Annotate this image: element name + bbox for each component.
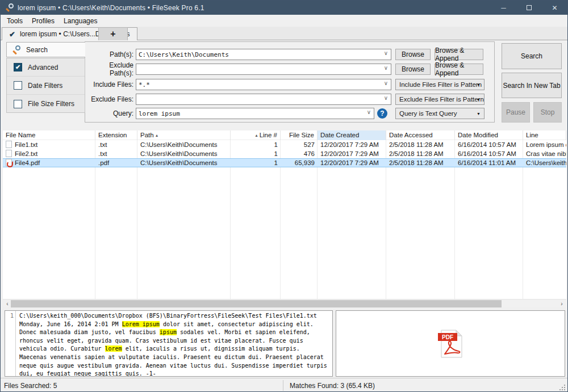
chevron-down-icon[interactable]: ∨ bbox=[384, 95, 388, 101]
file-size-filters-checkbox[interactable] bbox=[14, 100, 22, 108]
column-header-extension[interactable]: Extension bbox=[95, 130, 137, 140]
cell-extension: .txt bbox=[95, 149, 137, 158]
query-type-dropdown[interactable]: Query is Text Query ▼ bbox=[395, 108, 485, 119]
include-files-label: Include Files: bbox=[85, 81, 136, 88]
status-divider bbox=[283, 380, 283, 391]
cell-date-accessed: 2/5/2018 11:28 AM bbox=[386, 140, 455, 149]
cell-path: C:\Users\Keith\Documents bbox=[137, 140, 231, 149]
window-title: lorem ipsum • C:\Users\Keith\Documents •… bbox=[18, 4, 204, 12]
table-row[interactable]: File4.pdf.pdfC:\Users\Keith\Documents165… bbox=[3, 158, 566, 167]
column-header-line-[interactable]: ▴ Line # bbox=[231, 130, 281, 140]
close-button[interactable]: ✕ bbox=[542, 1, 567, 15]
search-in-new-tab-button[interactable]: Search In New Tab bbox=[502, 73, 562, 98]
menu-tools[interactable]: Tools bbox=[2, 16, 27, 26]
dropdown-arrow-icon: ▼ bbox=[477, 98, 481, 102]
advanced-label: Advanced bbox=[28, 64, 58, 71]
include-files-filter-dropdown[interactable]: Include Files Filter is Pattern ▼ bbox=[395, 79, 485, 90]
new-tab-button[interactable]: + bbox=[98, 27, 128, 40]
sort-asc-icon: ▴ bbox=[156, 133, 158, 138]
stop-button: Stop bbox=[533, 102, 562, 123]
match-highlight: ipsum bbox=[160, 329, 177, 335]
include-files-row: Include Files: *.* ∨ Include Files Filte… bbox=[85, 79, 494, 90]
menu-profiles[interactable]: Profiles bbox=[27, 16, 59, 26]
include-files-input[interactable]: *.* ∨ bbox=[136, 79, 391, 90]
table-header: File NameExtensionPath ▴▴ Line #File Siz… bbox=[3, 130, 566, 140]
sort-asc-icon: ▴ bbox=[255, 133, 257, 138]
cell-date-modified: 6/16/2014 10:57 AM bbox=[455, 140, 523, 149]
cell-line-: 1 bbox=[231, 158, 281, 167]
minimize-button[interactable]: ─ bbox=[491, 1, 516, 15]
app-magnifier-icon bbox=[5, 3, 14, 12]
exclude-files-filter-dropdown[interactable]: Exclude Files Filter is Pattern ▼ bbox=[395, 94, 485, 105]
query-help-button[interactable]: ? bbox=[377, 108, 387, 119]
scrollbar-thumb[interactable] bbox=[11, 300, 502, 307]
text-preview-pane[interactable]: 1 C:\Users\keith_000\Documents\Dropbox (… bbox=[5, 310, 333, 377]
resize-grip[interactable] bbox=[564, 389, 565, 390]
browse-append-exclude-paths-button[interactable]: Browse & Append bbox=[435, 64, 483, 75]
dropdown-arrow-icon: ▼ bbox=[477, 112, 481, 116]
table-row[interactable]: File1.txt.txtC:\Users\Keith\Documents152… bbox=[3, 140, 566, 149]
exclude-paths-input[interactable]: ∨ bbox=[136, 64, 391, 75]
search-button[interactable]: Search bbox=[502, 43, 562, 69]
status-bar: Files Searched: 5 Matches Found: 3 (65.4… bbox=[1, 378, 567, 392]
match-highlight: lorem bbox=[105, 345, 122, 352]
checkmark-icon: ✔ bbox=[9, 30, 15, 39]
column-header-path[interactable]: Path ▴ bbox=[137, 130, 231, 140]
query-input[interactable]: lorem ipsum ∨ bbox=[136, 108, 374, 119]
maximize-button[interactable] bbox=[516, 1, 542, 15]
cell-path: C:\Users\Keith\Documents bbox=[137, 149, 231, 158]
results-table: File NameExtensionPath ▴▴ Line #File Siz… bbox=[3, 130, 566, 307]
column-header-line[interactable]: Line bbox=[523, 130, 566, 140]
horizontal-scrollbar[interactable]: ‹ › bbox=[3, 299, 566, 307]
chevron-down-icon[interactable]: ∨ bbox=[367, 109, 371, 115]
sidebar-item-file-size-filters[interactable]: File Size Filters bbox=[7, 95, 85, 113]
pause-button: Pause bbox=[502, 102, 530, 123]
sidebar-item-search[interactable]: Search bbox=[6, 42, 85, 57]
cell-date-modified: 6/16/2014 11:01 AM bbox=[455, 158, 523, 167]
cell-date-created: 12/20/2017 7:29 AM bbox=[318, 140, 386, 149]
query-label: Query: bbox=[85, 109, 136, 117]
file-preview-pane: PDF bbox=[336, 310, 565, 377]
cell-line-: 1 bbox=[231, 140, 281, 149]
exclude-paths-row: Exclude Path(s): ∨ Browse Browse & Appen… bbox=[85, 64, 494, 75]
match-highlight: Lorem ipsum bbox=[122, 321, 160, 327]
scroll-right-arrow-icon[interactable]: › bbox=[557, 300, 566, 307]
table-row[interactable]: File2.txt.txtC:\Users\Keith\Documents147… bbox=[3, 149, 566, 158]
column-header-date-modified[interactable]: Date Modified bbox=[455, 130, 523, 140]
sidebar-item-date-filters[interactable]: Date Filters bbox=[7, 77, 85, 95]
pdf-file-icon bbox=[6, 159, 12, 166]
browse-append-paths-button[interactable]: Browse & Append bbox=[435, 49, 483, 60]
cell-line: C:\Users\keith_00 bbox=[523, 158, 566, 167]
chevron-down-icon[interactable]: ∨ bbox=[384, 50, 388, 56]
files-searched-status: Files Searched: 5 bbox=[1, 382, 60, 390]
cell-date-created: 12/20/2017 7:29 AM bbox=[318, 149, 386, 158]
menu-bar: Tools Profiles Languages bbox=[1, 15, 567, 27]
paths-row: Path(s): C:\Users\Keith\Documents ∨ Brow… bbox=[85, 49, 494, 60]
browse-paths-button[interactable]: Browse bbox=[395, 49, 431, 60]
paths-input[interactable]: C:\Users\Keith\Documents ∨ bbox=[136, 49, 391, 60]
file-size-filters-label: File Size Filters bbox=[28, 100, 74, 108]
exclude-files-row: Exclude Files: ∨ Exclude Files Filter is… bbox=[85, 94, 494, 105]
browse-exclude-paths-button[interactable]: Browse bbox=[395, 64, 431, 75]
column-header-file-size[interactable]: File Size bbox=[281, 130, 318, 140]
sidebar-item-advanced[interactable]: ✔ Advanced bbox=[7, 58, 85, 77]
query-row: Query: lorem ipsum ∨ ? Query is Text Que… bbox=[85, 108, 494, 119]
chevron-down-icon[interactable]: ∨ bbox=[384, 65, 388, 71]
date-filters-checkbox[interactable] bbox=[14, 81, 22, 90]
column-header-date-accessed[interactable]: Date Accessed bbox=[386, 130, 455, 140]
cell-file-name: File2.txt bbox=[3, 149, 95, 158]
exclude-files-input[interactable]: ∨ bbox=[136, 94, 391, 105]
cell-file-name: File4.pdf bbox=[3, 158, 95, 167]
chevron-down-icon[interactable]: ∨ bbox=[384, 80, 388, 86]
column-header-file-name[interactable]: File Name bbox=[3, 130, 95, 140]
column-header-date-created[interactable]: Date Created bbox=[318, 130, 386, 140]
cell-file-size: 527 bbox=[281, 140, 318, 149]
search-icon bbox=[12, 45, 21, 54]
menu-languages[interactable]: Languages bbox=[59, 16, 102, 26]
cell-line: Lorem ipsum dolor bbox=[523, 140, 566, 149]
cell-date-accessed: 2/5/2018 11:28 AM bbox=[386, 149, 455, 158]
exclude-files-label: Exclude Files: bbox=[85, 95, 136, 103]
cell-file-size: 65,939 bbox=[281, 158, 318, 167]
date-filters-label: Date Filters bbox=[28, 82, 62, 90]
advanced-checkbox[interactable]: ✔ bbox=[14, 63, 22, 71]
